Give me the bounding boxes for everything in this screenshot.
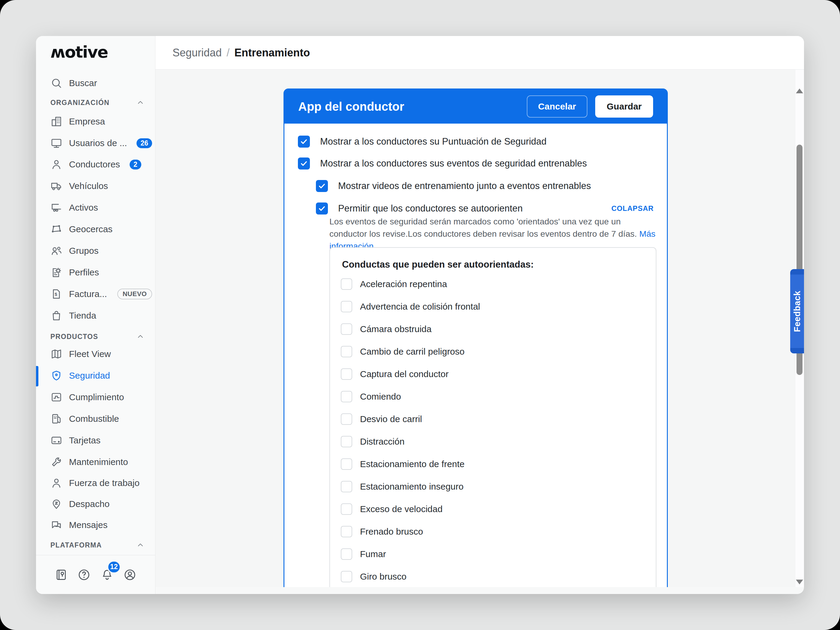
section-header-organizacion[interactable]: ORGANIZACIÓN	[51, 96, 145, 109]
truck-icon	[51, 180, 62, 192]
search-input[interactable]: Buscar	[36, 72, 155, 94]
behavior-row[interactable]: Comiendo	[341, 388, 401, 406]
checkbox-unchecked[interactable]	[341, 391, 352, 402]
sidebar-item-grupos[interactable]: Grupos	[36, 240, 155, 262]
checkbox-unchecked[interactable]	[341, 526, 352, 537]
search-icon	[51, 77, 62, 89]
card-header: App del conductor Cancelar Guardar	[284, 89, 667, 123]
behavior-row[interactable]: Estacionamiento inseguro	[341, 478, 464, 496]
cancel-button[interactable]: Cancelar	[527, 95, 588, 118]
sidebar-item-despacho[interactable]: Despacho	[36, 493, 155, 515]
nuevo-badge: NUEVO	[117, 289, 152, 299]
behavior-row[interactable]: Cámara obstruida	[341, 320, 431, 338]
checkbox-unchecked[interactable]	[341, 458, 352, 470]
section-header-productos[interactable]: PRODUCTOS	[51, 331, 145, 343]
sidebar-item-vehiculos[interactable]: Vehículos	[36, 175, 155, 197]
sidebar-item-fuerza-de-trabajo[interactable]: Fuerza de trabajo	[36, 472, 155, 494]
checkbox-unchecked[interactable]	[341, 481, 352, 492]
behavior-row[interactable]: Aceleración repentina	[341, 275, 447, 293]
sidebar-item-activos[interactable]: Activos	[36, 197, 155, 218]
sidebar: ʍotive Buscar ORGANIZACIÓN Empresa Usuar…	[36, 36, 155, 594]
sidebar-item-mantenimiento[interactable]: Mantenimiento	[36, 451, 155, 473]
checkbox-unchecked[interactable]	[341, 436, 352, 447]
active-item-indicator	[36, 366, 38, 387]
desktop-background: ʍotive Buscar ORGANIZACIÓN Empresa Usuar…	[0, 0, 840, 630]
behavior-row[interactable]: Frenado brusco	[341, 523, 423, 541]
option-self-coaching[interactable]: Permitir que los conductores se autoorie…	[316, 200, 654, 217]
option-safety-score[interactable]: Mostrar a los conductores su Puntuación …	[298, 133, 546, 150]
sidebar-item-geocercas[interactable]: Geocercas	[36, 218, 155, 240]
drivers-count-badge: 2	[129, 159, 141, 169]
scroll-up-arrow-icon[interactable]	[796, 88, 803, 93]
behavior-row[interactable]: Desvio de carril	[341, 410, 422, 428]
option-coachable-events[interactable]: Mostrar a los conductores sus eventos de…	[298, 155, 587, 172]
sidebar-footer: 12	[36, 555, 155, 594]
sidebar-item-tarjetas[interactable]: Tarjetas	[36, 429, 155, 451]
account-icon[interactable]	[123, 568, 136, 581]
checkbox-unchecked[interactable]	[341, 504, 352, 515]
profile-gear-icon	[51, 267, 62, 278]
checkbox-checked[interactable]	[316, 180, 328, 192]
sidebar-item-combustible[interactable]: Combustible	[36, 408, 155, 429]
checkbox-unchecked[interactable]	[341, 368, 352, 380]
checkbox-unchecked[interactable]	[341, 414, 352, 425]
behavior-row[interactable]: Captura del conductor	[341, 365, 448, 383]
sidebar-item-seguridad[interactable]: Seguridad	[36, 365, 155, 387]
behavior-row[interactable]: Distracción	[341, 433, 404, 451]
collapse-link[interactable]: COLAPSAR	[611, 204, 654, 213]
behavior-row[interactable]: Exceso de velocidad	[341, 500, 442, 518]
shield-icon	[51, 369, 62, 382]
scroll-down-arrow-icon[interactable]	[796, 579, 803, 584]
person-icon	[51, 158, 62, 171]
feedback-label: Feedback	[792, 291, 802, 332]
breadcrumb-section[interactable]: Seguridad	[172, 46, 222, 59]
behavior-row[interactable]: Giro brusco	[341, 568, 406, 586]
messages-icon	[51, 519, 62, 531]
checkbox-unchecked[interactable]	[341, 324, 352, 335]
help-icon[interactable]	[77, 568, 91, 581]
svg-text:$: $	[55, 292, 57, 297]
app-window: ʍotive Buscar ORGANIZACIÓN Empresa Usuar…	[36, 36, 804, 594]
chevron-up-icon	[136, 541, 145, 549]
behavior-row[interactable]: Advertencia de colisión frontal	[341, 298, 480, 316]
behavior-row[interactable]: Cambio de carril peligroso	[341, 343, 465, 361]
option-training-videos[interactable]: Mostrar videos de entrenamiento junto a …	[316, 178, 591, 194]
geofence-icon	[51, 223, 62, 235]
sidebar-item-conductores[interactable]: Conductores 2	[36, 153, 155, 175]
behaviors-box: Conductas que pueden ser autoorientadas:…	[329, 247, 657, 587]
sidebar-item-fleet-view[interactable]: Fleet View	[36, 343, 155, 365]
sidebar-item-facturacion[interactable]: $ Factura... NUEVO	[36, 283, 155, 305]
sidebar-item-usuarios[interactable]: Usuarios de ... 26	[36, 132, 155, 154]
breadcrumb-separator: /	[226, 46, 229, 59]
sidebar-item-empresa[interactable]: Empresa	[36, 111, 155, 132]
checkbox-checked[interactable]	[298, 158, 310, 169]
bell-icon[interactable]: 12	[101, 568, 114, 581]
behavior-row[interactable]: Fumar	[341, 545, 386, 563]
checkbox-unchecked[interactable]	[341, 301, 352, 312]
notification-count-badge: 12	[107, 561, 121, 573]
feedback-tab[interactable]: Feedback	[790, 269, 804, 354]
map-icon	[51, 348, 62, 360]
behavior-row[interactable]: Estacionamiento de frente	[341, 455, 465, 473]
content-area: App del conductor Cancelar Guardar Mostr…	[155, 69, 795, 587]
directory-icon[interactable]	[55, 568, 68, 581]
sidebar-item-cumplimiento[interactable]: Cumplimiento	[36, 387, 155, 408]
person-icon	[51, 477, 62, 489]
sidebar-item-tienda[interactable]: Tienda	[36, 305, 155, 327]
groups-icon	[51, 245, 62, 257]
monitor-icon	[51, 137, 62, 149]
sidebar-item-perfiles[interactable]: Perfiles	[36, 262, 155, 283]
section-header-plataforma[interactable]: PLATAFORMA	[51, 539, 145, 551]
breadcrumb: Seguridad / Entrenamiento	[155, 36, 804, 69]
save-button[interactable]: Guardar	[595, 95, 653, 118]
motive-logo[interactable]: ʍotive	[51, 43, 108, 61]
checkbox-unchecked[interactable]	[341, 571, 352, 582]
shopping-bag-icon	[51, 309, 62, 322]
checkbox-checked[interactable]	[316, 202, 328, 215]
checkbox-unchecked[interactable]	[341, 346, 352, 357]
checkbox-unchecked[interactable]	[341, 278, 352, 290]
checkbox-checked[interactable]	[298, 136, 310, 148]
building-icon	[51, 115, 62, 128]
sidebar-item-mensajes[interactable]: Mensajes	[36, 514, 155, 536]
checkbox-unchecked[interactable]	[341, 548, 352, 560]
